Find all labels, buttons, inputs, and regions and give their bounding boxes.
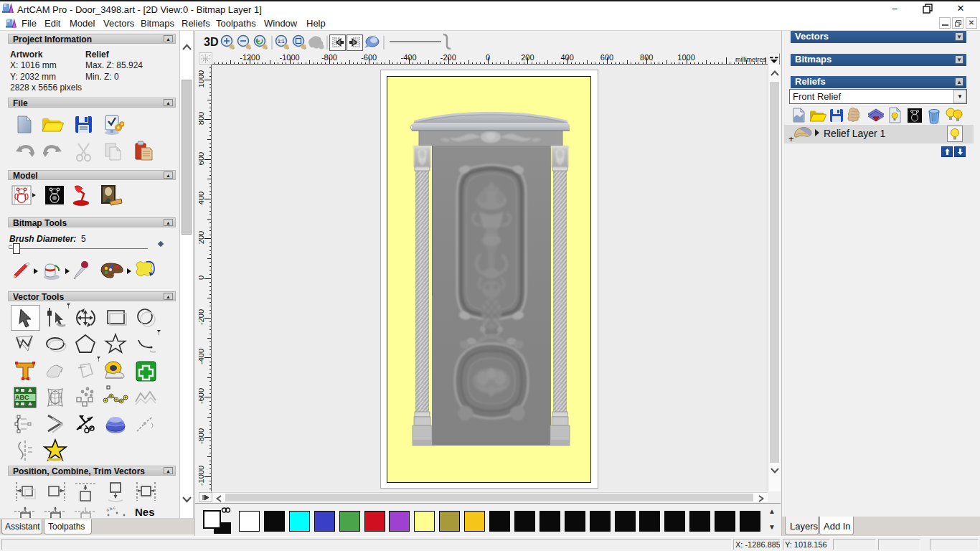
svg-text:a b c: a b c	[105, 506, 116, 512]
svg-text:Nes: Nes	[135, 506, 155, 518]
svg-text:ABC: ABC	[15, 394, 29, 401]
svg-text:1:1: 1:1	[278, 39, 285, 44]
